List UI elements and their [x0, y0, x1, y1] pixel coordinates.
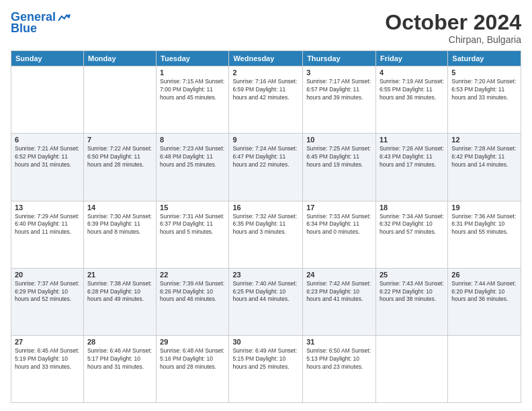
day-info: Sunrise: 7:15 AM Sunset: 7:00 PM Dayligh… — [160, 78, 225, 102]
day-number: 6 — [15, 136, 80, 144]
day-cell: 15Sunrise: 7:31 AM Sunset: 6:37 PM Dayli… — [157, 201, 229, 268]
weekday-header-thursday: Thursday — [303, 51, 376, 66]
day-cell: 6Sunrise: 7:21 AM Sunset: 6:52 PM Daylig… — [11, 134, 84, 201]
day-info: Sunrise: 7:40 AM Sunset: 6:25 PM Dayligh… — [232, 280, 299, 304]
logo-icon — [57, 11, 71, 24]
day-number: 14 — [87, 203, 152, 212]
day-cell — [448, 335, 521, 402]
calendar-body: 1Sunrise: 7:15 AM Sunset: 7:00 PM Daylig… — [11, 66, 521, 403]
day-cell: 29Sunrise: 6:48 AM Sunset: 5:16 PM Dayli… — [157, 335, 229, 402]
day-info: Sunrise: 7:30 AM Sunset: 6:39 PM Dayligh… — [87, 213, 152, 237]
day-cell: 22Sunrise: 7:39 AM Sunset: 6:26 PM Dayli… — [157, 268, 229, 335]
day-number: 28 — [87, 338, 152, 346]
day-cell: 18Sunrise: 7:34 AM Sunset: 6:32 PM Dayli… — [375, 201, 447, 268]
weekday-header-friday: Friday — [375, 51, 447, 66]
day-cell: 23Sunrise: 7:40 AM Sunset: 6:25 PM Dayli… — [229, 268, 303, 335]
day-number: 23 — [232, 271, 299, 279]
day-info: Sunrise: 7:23 AM Sunset: 6:48 PM Dayligh… — [160, 145, 225, 169]
day-info: Sunrise: 6:48 AM Sunset: 5:16 PM Dayligh… — [160, 347, 225, 371]
day-cell: 10Sunrise: 7:25 AM Sunset: 6:45 PM Dayli… — [303, 134, 376, 201]
day-cell: 5Sunrise: 7:20 AM Sunset: 6:53 PM Daylig… — [448, 66, 521, 134]
title-area: October 2024 Chirpan, Bulgaria — [385, 11, 521, 45]
day-number: 10 — [306, 136, 372, 144]
week-row-1: 1Sunrise: 7:15 AM Sunset: 7:00 PM Daylig… — [11, 66, 521, 134]
day-cell: 13Sunrise: 7:29 AM Sunset: 6:40 PM Dayli… — [11, 201, 84, 268]
day-number: 16 — [232, 203, 299, 212]
day-info: Sunrise: 7:26 AM Sunset: 6:43 PM Dayligh… — [380, 145, 444, 169]
day-number: 1 — [160, 68, 225, 77]
day-info: Sunrise: 7:37 AM Sunset: 6:29 PM Dayligh… — [15, 280, 80, 304]
day-cell: 4Sunrise: 7:19 AM Sunset: 6:55 PM Daylig… — [375, 66, 447, 134]
day-cell: 31Sunrise: 6:50 AM Sunset: 5:13 PM Dayli… — [303, 335, 376, 402]
day-number: 4 — [380, 68, 444, 77]
day-info: Sunrise: 7:38 AM Sunset: 6:28 PM Dayligh… — [87, 280, 152, 304]
day-number: 9 — [232, 136, 299, 144]
day-number: 3 — [306, 68, 372, 77]
weekday-header-monday: Monday — [83, 51, 156, 66]
day-cell: 30Sunrise: 6:49 AM Sunset: 5:15 PM Dayli… — [229, 335, 303, 402]
weekday-header-row: SundayMondayTuesdayWednesdayThursdayFrid… — [11, 51, 521, 66]
day-info: Sunrise: 7:25 AM Sunset: 6:45 PM Dayligh… — [306, 145, 372, 169]
day-number: 25 — [380, 271, 444, 279]
weekday-header-saturday: Saturday — [448, 51, 521, 66]
day-number: 11 — [380, 136, 444, 144]
day-number: 15 — [160, 203, 225, 212]
day-info: Sunrise: 7:44 AM Sunset: 6:20 PM Dayligh… — [451, 280, 517, 304]
day-cell: 25Sunrise: 7:43 AM Sunset: 6:22 PM Dayli… — [375, 268, 447, 335]
day-cell: 11Sunrise: 7:26 AM Sunset: 6:43 PM Dayli… — [375, 134, 447, 201]
day-info: Sunrise: 7:43 AM Sunset: 6:22 PM Dayligh… — [380, 280, 444, 304]
month-title: October 2024 — [385, 11, 521, 34]
day-info: Sunrise: 7:22 AM Sunset: 6:50 PM Dayligh… — [87, 145, 152, 169]
day-cell: 27Sunrise: 6:45 AM Sunset: 5:19 PM Dayli… — [11, 335, 84, 402]
logo: General Blue — [11, 11, 71, 36]
day-cell: 12Sunrise: 7:28 AM Sunset: 6:42 PM Dayli… — [448, 134, 521, 201]
day-number: 13 — [15, 203, 80, 212]
day-info: Sunrise: 7:42 AM Sunset: 6:23 PM Dayligh… — [306, 280, 372, 304]
day-info: Sunrise: 7:32 AM Sunset: 6:35 PM Dayligh… — [232, 213, 299, 237]
week-row-2: 6Sunrise: 7:21 AM Sunset: 6:52 PM Daylig… — [11, 134, 521, 201]
day-cell: 26Sunrise: 7:44 AM Sunset: 6:20 PM Dayli… — [448, 268, 521, 335]
day-info: Sunrise: 7:33 AM Sunset: 6:34 PM Dayligh… — [306, 213, 372, 237]
day-number: 21 — [87, 271, 152, 279]
day-cell: 8Sunrise: 7:23 AM Sunset: 6:48 PM Daylig… — [157, 134, 229, 201]
day-info: Sunrise: 6:50 AM Sunset: 5:13 PM Dayligh… — [306, 347, 372, 371]
day-cell: 1Sunrise: 7:15 AM Sunset: 7:00 PM Daylig… — [157, 66, 229, 134]
day-cell: 14Sunrise: 7:30 AM Sunset: 6:39 PM Dayli… — [83, 201, 156, 268]
day-number: 12 — [451, 136, 517, 144]
day-number: 17 — [306, 203, 372, 212]
day-info: Sunrise: 6:49 AM Sunset: 5:15 PM Dayligh… — [232, 347, 299, 371]
day-cell: 9Sunrise: 7:24 AM Sunset: 6:47 PM Daylig… — [229, 134, 303, 201]
day-number: 20 — [15, 271, 80, 279]
calendar-page: General Blue October 2024 Chirpan, Bulga… — [0, 0, 532, 411]
weekday-header-tuesday: Tuesday — [157, 51, 229, 66]
day-number: 31 — [306, 338, 372, 346]
day-cell — [11, 66, 84, 134]
day-info: Sunrise: 7:36 AM Sunset: 6:31 PM Dayligh… — [451, 213, 517, 237]
day-info: Sunrise: 7:29 AM Sunset: 6:40 PM Dayligh… — [15, 213, 80, 237]
day-number: 24 — [306, 271, 372, 279]
day-cell — [375, 335, 447, 402]
day-info: Sunrise: 7:20 AM Sunset: 6:53 PM Dayligh… — [451, 78, 517, 102]
calendar-table: SundayMondayTuesdayWednesdayThursdayFrid… — [11, 50, 521, 403]
weekday-header-sunday: Sunday — [11, 51, 84, 66]
day-number: 7 — [87, 136, 152, 144]
day-cell: 3Sunrise: 7:17 AM Sunset: 6:57 PM Daylig… — [303, 66, 376, 134]
day-cell: 19Sunrise: 7:36 AM Sunset: 6:31 PM Dayli… — [448, 201, 521, 268]
day-info: Sunrise: 7:34 AM Sunset: 6:32 PM Dayligh… — [380, 213, 444, 237]
location: Chirpan, Bulgaria — [385, 34, 521, 45]
day-info: Sunrise: 7:16 AM Sunset: 6:59 PM Dayligh… — [232, 78, 299, 102]
day-cell: 28Sunrise: 6:46 AM Sunset: 5:17 PM Dayli… — [83, 335, 156, 402]
day-info: Sunrise: 7:28 AM Sunset: 6:42 PM Dayligh… — [451, 145, 517, 169]
header: General Blue October 2024 Chirpan, Bulga… — [11, 11, 521, 45]
day-cell — [83, 66, 156, 134]
day-cell: 17Sunrise: 7:33 AM Sunset: 6:34 PM Dayli… — [303, 201, 376, 268]
day-number: 27 — [15, 338, 80, 346]
day-cell: 7Sunrise: 7:22 AM Sunset: 6:50 PM Daylig… — [83, 134, 156, 201]
week-row-3: 13Sunrise: 7:29 AM Sunset: 6:40 PM Dayli… — [11, 201, 521, 268]
day-info: Sunrise: 7:39 AM Sunset: 6:26 PM Dayligh… — [160, 280, 225, 304]
day-number: 5 — [451, 68, 517, 77]
day-info: Sunrise: 7:31 AM Sunset: 6:37 PM Dayligh… — [160, 213, 225, 237]
day-number: 26 — [451, 271, 517, 279]
day-number: 29 — [160, 338, 225, 346]
day-info: Sunrise: 6:45 AM Sunset: 5:19 PM Dayligh… — [15, 347, 80, 371]
